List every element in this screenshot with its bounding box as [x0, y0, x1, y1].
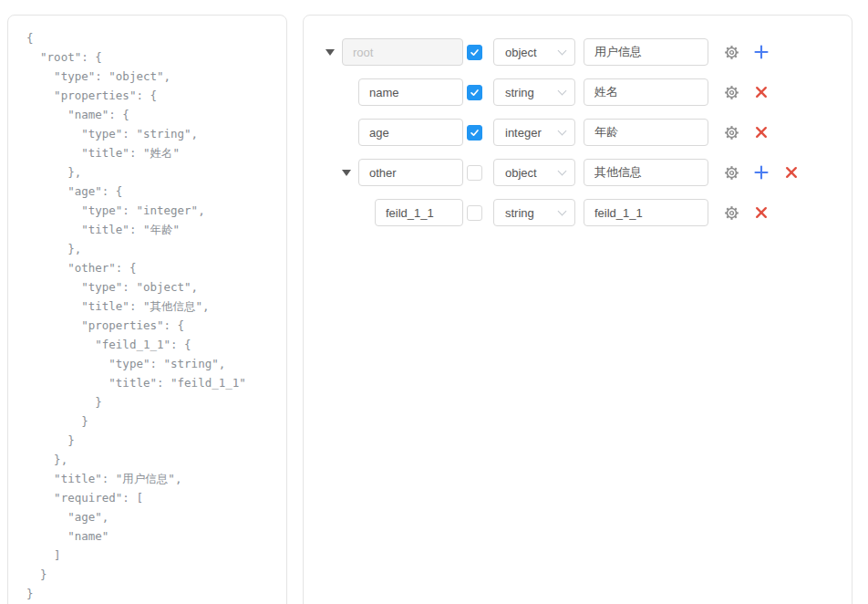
field-title-input[interactable]: [584, 199, 708, 226]
caret-down-icon[interactable]: [342, 170, 351, 176]
selected-type-label: string: [505, 206, 559, 220]
caret-box: [351, 210, 375, 216]
schema-field-row: object: [318, 38, 837, 66]
field-name-input[interactable]: [358, 159, 463, 186]
schema-tree-panel: object: [303, 15, 852, 604]
field-type-select[interactable]: string: [493, 199, 575, 226]
json-schema-editor: { "root": { "type": "object", "propertie…: [0, 0, 868, 604]
schema-field-row: object: [318, 159, 837, 186]
chevron-down-icon: [558, 126, 567, 135]
indent-spacer: [318, 92, 335, 93]
close-x-icon[interactable]: [753, 204, 770, 221]
schema-rows: object: [318, 38, 837, 226]
checkmark-icon: [469, 87, 480, 99]
close-x-icon[interactable]: [783, 164, 800, 181]
schema-field-row: string: [318, 199, 837, 226]
json-code-panel: { "root": { "type": "object", "propertie…: [7, 15, 287, 604]
chevron-down-icon: [558, 46, 567, 55]
indent-spacer: [318, 132, 335, 133]
required-checkbox[interactable]: [467, 165, 482, 181]
field-title-input[interactable]: [584, 159, 708, 186]
settings-gear-icon[interactable]: [723, 164, 739, 181]
field-name-input[interactable]: [358, 78, 463, 106]
required-checkbox[interactable]: [467, 205, 482, 221]
plus-icon[interactable]: [753, 44, 770, 60]
chevron-down-icon: [558, 166, 567, 175]
selected-type-label: integer: [505, 126, 559, 140]
field-type-select[interactable]: object: [493, 38, 575, 66]
plus-icon[interactable]: [753, 164, 770, 181]
caret-box: [335, 89, 358, 96]
field-title-input[interactable]: [584, 38, 708, 66]
caret-down-icon[interactable]: [326, 49, 335, 56]
chevron-down-icon: [558, 86, 567, 95]
indent-spacer: [318, 213, 351, 213]
field-type-select[interactable]: integer: [493, 119, 575, 146]
selected-type-label: object: [505, 46, 559, 59]
indent-spacer: [318, 172, 335, 173]
field-name-input[interactable]: [375, 199, 463, 226]
close-x-icon[interactable]: [753, 84, 770, 100]
json-source-code: { "root": { "type": "object", "propertie…: [26, 28, 279, 603]
field-type-select[interactable]: string: [493, 78, 575, 106]
chevron-down-icon: [558, 206, 567, 215]
field-title-input[interactable]: [584, 119, 708, 146]
caret-box: [318, 49, 342, 56]
field-name-column: [318, 199, 463, 226]
checkmark-icon: [469, 47, 480, 58]
caret-box: [335, 170, 358, 176]
settings-gear-icon[interactable]: [723, 204, 739, 221]
settings-gear-icon[interactable]: [723, 84, 739, 100]
required-checkbox[interactable]: [467, 85, 482, 100]
field-name-input[interactable]: [358, 119, 463, 146]
field-name-column: [318, 119, 463, 146]
required-checkbox[interactable]: [467, 45, 482, 60]
checkmark-icon: [469, 127, 480, 139]
close-x-icon[interactable]: [753, 124, 770, 141]
required-checkbox[interactable]: [467, 125, 482, 141]
settings-gear-icon[interactable]: [723, 44, 739, 60]
field-title-input[interactable]: [584, 78, 708, 106]
caret-box: [335, 130, 358, 136]
field-name-column: [318, 159, 463, 186]
field-type-select[interactable]: object: [493, 159, 575, 186]
selected-type-label: string: [505, 86, 559, 99]
field-name-column: [318, 38, 463, 66]
schema-field-row: string: [318, 78, 837, 106]
settings-gear-icon[interactable]: [723, 124, 739, 141]
selected-type-label: object: [505, 166, 559, 180]
schema-field-row: integer: [318, 119, 837, 146]
field-name-input[interactable]: [342, 38, 463, 66]
field-name-column: [318, 78, 463, 106]
